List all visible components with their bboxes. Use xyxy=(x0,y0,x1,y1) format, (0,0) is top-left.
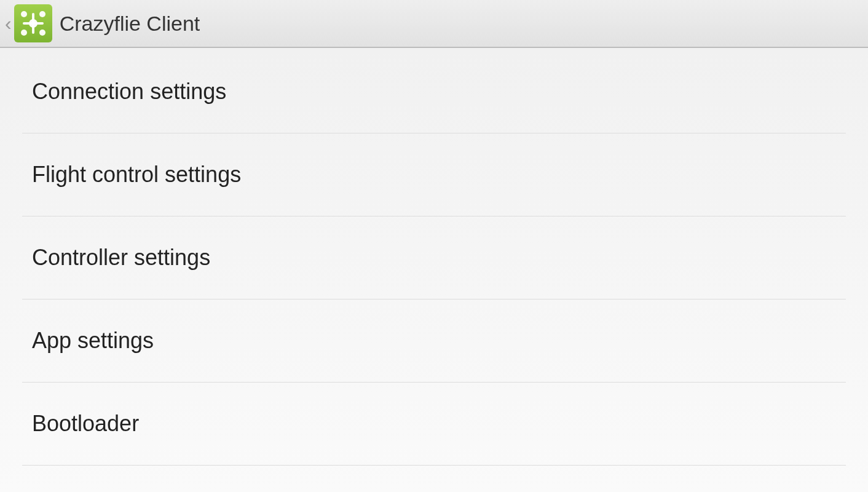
svg-point-3 xyxy=(39,30,45,36)
action-bar: ‹ Crazyflie Client xyxy=(0,0,868,48)
svg-point-1 xyxy=(39,11,45,17)
svg-point-0 xyxy=(21,11,27,17)
settings-item-label: Bootloader xyxy=(32,411,139,436)
svg-point-2 xyxy=(21,30,27,36)
settings-item-app[interactable]: App settings xyxy=(22,300,846,383)
settings-item-label: Flight control settings xyxy=(32,162,241,187)
settings-list: Connection settings Flight control setti… xyxy=(0,48,868,466)
drone-icon-svg xyxy=(18,8,49,39)
back-icon[interactable]: ‹ xyxy=(5,14,12,33)
app-title: Crazyflie Client xyxy=(60,12,200,36)
settings-item-label: Controller settings xyxy=(32,245,210,270)
settings-item-flight-control[interactable]: Flight control settings xyxy=(22,133,846,216)
settings-item-label: Connection settings xyxy=(32,79,226,104)
settings-item-bootloader[interactable]: Bootloader xyxy=(22,383,846,466)
settings-item-controller[interactable]: Controller settings xyxy=(22,216,846,300)
settings-item-connection[interactable]: Connection settings xyxy=(22,48,846,133)
settings-item-label: App settings xyxy=(32,328,154,353)
svg-point-6 xyxy=(29,19,37,28)
drone-icon[interactable] xyxy=(14,4,52,42)
